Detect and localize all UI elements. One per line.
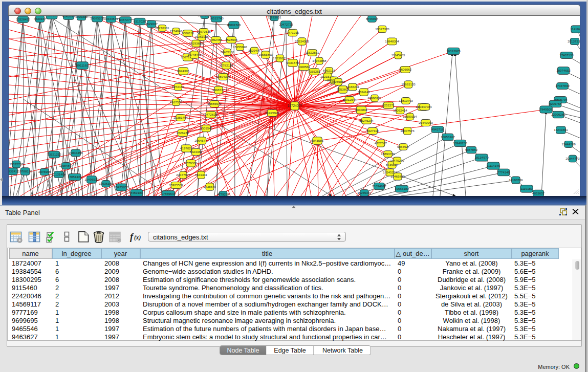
svg-text:6317026: 6317026 [134,19,146,23]
svg-text:8252271: 8252271 [382,103,395,107]
svg-text:21094697: 21094697 [372,184,386,188]
svg-text:13801506: 13801506 [227,23,241,27]
svg-text:9472828: 9472828 [205,113,217,116]
svg-text:14470299: 14470299 [390,159,404,162]
svg-text:4943718: 4943718 [431,127,444,131]
svg-text:20065868: 20065868 [331,80,345,83]
svg-text:22844459: 22844459 [69,151,83,155]
svg-text:11145483: 11145483 [391,53,405,57]
svg-text:21925944: 21925944 [265,111,279,115]
svg-text:10434531: 10434531 [104,17,118,20]
svg-text:7849509: 7849509 [540,107,553,111]
svg-text:18974652: 18974652 [556,69,571,72]
svg-text:19990931: 19990931 [367,96,382,100]
svg-text:2503543: 2503543 [200,126,213,130]
svg-text:17972858: 17972858 [312,59,326,62]
svg-text:16893736: 16893736 [381,152,395,156]
svg-text:19198556: 19198556 [509,178,523,182]
svg-text:12246294: 12246294 [359,119,374,122]
svg-text:11622831: 11622831 [305,51,319,54]
svg-text:2438649: 2438649 [204,185,216,188]
svg-text:19663180: 19663180 [395,187,409,190]
svg-text:2579306: 2579306 [185,161,198,165]
svg-text:4539167: 4539167 [34,17,47,20]
svg-text:19936388: 19936388 [99,182,113,185]
svg-text:10328452: 10328452 [16,17,30,21]
svg-text:7335251: 7335251 [308,70,321,73]
svg-text:6101431: 6101431 [195,173,208,177]
svg-text:19193688: 19193688 [189,41,203,45]
svg-text:6624305: 6624305 [177,69,190,73]
svg-text:12444269: 12444269 [561,142,576,146]
svg-text:4853657: 4853657 [532,191,545,195]
svg-text:12699334: 12699334 [403,115,417,118]
svg-text:5606062: 5606062 [399,68,412,71]
svg-text:(x): (x) [134,234,141,241]
svg-text:2154043: 2154043 [170,29,183,33]
svg-text:9043586: 9043586 [311,139,324,142]
svg-text:9864927: 9864927 [397,145,410,148]
svg-text:7774349: 7774349 [497,170,510,174]
svg-text:7471915: 7471915 [287,31,299,34]
svg-text:15475853: 15475853 [114,185,128,189]
svg-text:6457277: 6457277 [119,18,132,21]
svg-text:4197022: 4197022 [180,146,193,150]
svg-text:20844773: 20844773 [565,157,580,160]
svg-text:19092414: 19092414 [393,108,407,112]
svg-text:17659643: 17659643 [161,192,176,195]
svg-text:22782194: 22782194 [219,63,233,67]
svg-text:9086110: 9086110 [182,31,194,35]
svg-text:8459183: 8459183 [130,191,143,194]
svg-text:11114145: 11114145 [487,164,500,167]
svg-text:8992133: 8992133 [323,69,336,72]
svg-text:15925539: 15925539 [169,183,183,187]
svg-text:16496513: 16496513 [84,178,99,181]
svg-text:18134970: 18134970 [474,156,489,159]
svg-text:11684847: 11684847 [59,164,73,167]
svg-text:16515740: 16515740 [209,16,224,20]
svg-text:4779214: 4779214 [217,192,230,196]
svg-text:19886573: 19886573 [207,102,222,105]
svg-text:9998737: 9998737 [212,88,225,92]
svg-text:20137339: 20137339 [568,39,580,43]
svg-text:17851421: 17851421 [68,175,82,179]
svg-text:4352458: 4352458 [210,38,223,41]
svg-text:1424461: 1424461 [190,150,203,154]
svg-text:19748490: 19748490 [187,53,202,56]
svg-text:3008561: 3008561 [298,65,311,69]
svg-text:11418461: 11418461 [570,27,580,31]
svg-text:8167558: 8167558 [170,100,183,104]
svg-text:4529607: 4529607 [145,22,158,26]
svg-text:1119189: 1119189 [520,187,533,190]
svg-text:19385201: 19385201 [90,16,104,20]
svg-text:22381494: 22381494 [173,116,188,119]
svg-text:8746997: 8746997 [366,17,379,20]
svg-text:10053167: 10053167 [441,135,455,139]
svg-text:10012544: 10012544 [342,98,357,101]
svg-text:9526230: 9526230 [177,131,189,135]
svg-text:8911165: 8911165 [76,63,89,67]
svg-text:20447084: 20447084 [418,105,432,108]
svg-text:8272169: 8272169 [172,85,185,89]
svg-text:9937869: 9937869 [465,148,478,151]
svg-text:19565853: 19565853 [258,53,273,56]
svg-text:7528696: 7528696 [225,38,238,41]
svg-text:20131404: 20131404 [52,172,66,176]
svg-text:21440993: 21440993 [419,121,433,124]
svg-text:20534065: 20534065 [295,39,309,43]
svg-text:10948230: 10948230 [453,141,467,145]
svg-text:f: f [130,232,134,242]
svg-text:15255998: 15255998 [233,45,247,49]
svg-text:4243890: 4243890 [62,16,75,18]
svg-text:13832411: 13832411 [9,169,19,173]
svg-text:8206768: 8206768 [549,102,562,105]
svg-text:19788132: 19788132 [18,169,32,173]
svg-text:17407133: 17407133 [559,53,574,57]
svg-text:13521212: 13521212 [47,152,61,156]
svg-text:2976966: 2976966 [38,170,51,173]
svg-text:22276301: 22276301 [155,26,169,30]
svg-text:22906289: 22906289 [551,113,565,116]
svg-text:18848304: 18848304 [385,39,399,43]
svg-text:22193651: 22193651 [267,16,281,19]
svg-text:9031579: 9031579 [287,61,299,64]
